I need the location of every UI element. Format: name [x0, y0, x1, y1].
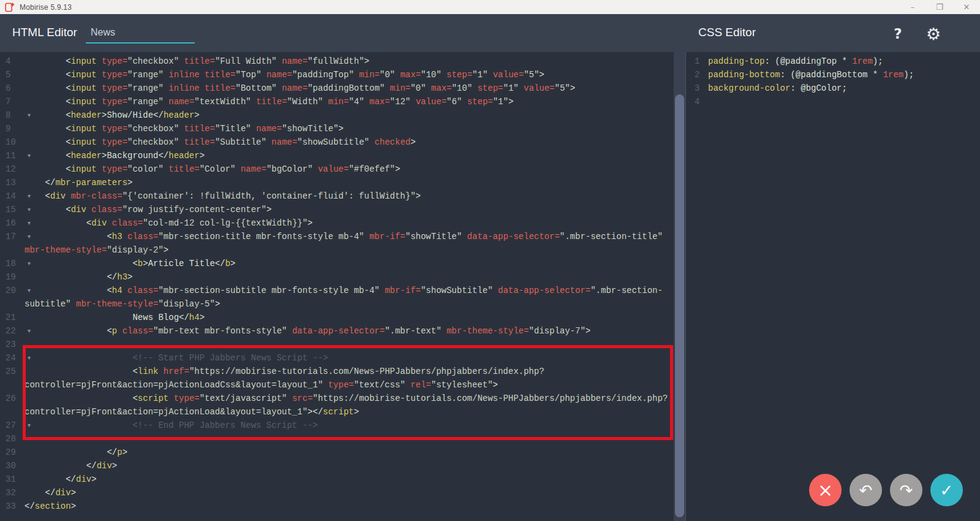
code-row[interactable]: 13 </mbr-parameters>: [0, 176, 674, 189]
code-text[interactable]: <script type="text/javascript" src="http…: [24, 392, 674, 405]
close-button[interactable]: ✕: [953, 0, 980, 14]
code-text[interactable]: <input type="color" title="Color" name="…: [24, 162, 674, 176]
code-row[interactable]: 15▾ <div class="row justify-content-cent…: [0, 203, 674, 216]
code-text[interactable]: </div>: [24, 486, 674, 500]
code-text[interactable]: ▾ <b>Article Title</b>: [24, 257, 674, 270]
code-text[interactable]: ▾ <h4 class="mbr-section-subtitle mbr-fo…: [24, 284, 674, 297]
fold-arrow-icon[interactable]: ▾: [28, 203, 31, 216]
code-text[interactable]: controller=pjFront&action=pjActionLoadCs…: [24, 378, 674, 392]
code-text[interactable]: mbr-theme-style="display-2">: [24, 243, 674, 257]
code-text[interactable]: background-color: @bgColor;: [708, 82, 980, 95]
redo-button[interactable]: ↷: [890, 474, 922, 506]
code-row[interactable]: 20▾ <h4 class="mbr-section-subtitle mbr-…: [0, 284, 674, 297]
code-row[interactable]: 9 <input type="checkbox" title="Title" n…: [0, 122, 674, 135]
code-row[interactable]: 33</section>: [0, 500, 674, 513]
code-row[interactable]: 27▾ <!-- End PHP Jabbers News Script -->: [0, 419, 674, 432]
fold-arrow-icon[interactable]: ▾: [28, 189, 31, 203]
code-text[interactable]: </section>: [24, 500, 674, 513]
code-row[interactable]: 19 </h3>: [0, 270, 674, 284]
code-text[interactable]: [24, 338, 674, 351]
code-text[interactable]: controller=pjFront&action=pjActionLoad&l…: [24, 405, 674, 419]
code-row[interactable]: 11▾ <header>Background</header>: [0, 149, 674, 162]
tab-news[interactable]: News: [86, 22, 195, 44]
code-row[interactable]: 30 </div>: [0, 459, 674, 473]
code-text[interactable]: <input type="range" inline title="Bottom…: [24, 82, 674, 95]
code-row[interactable]: 28: [0, 432, 674, 446]
code-row[interactable]: 8▾ <header>Show/Hide</header>: [0, 108, 674, 122]
code-text[interactable]: ▾ <div class="col-md-12 col-lg-{{textWid…: [24, 216, 674, 230]
code-row[interactable]: 17▾ <h3 class="mbr-section-title mbr-fon…: [0, 230, 674, 243]
code-text[interactable]: ▾ <header>Show/Hide</header>: [24, 108, 674, 122]
code-text[interactable]: <input type="range" inline title="Top" n…: [24, 68, 674, 82]
css-code-editor[interactable]: 1padding-top: (@paddingTop * 1rem);2padd…: [687, 52, 980, 521]
code-text[interactable]: </div>: [24, 473, 674, 486]
code-row[interactable]: 16▾ <div class="col-md-12 col-lg-{{textW…: [0, 216, 674, 230]
fold-arrow-icon[interactable]: ▾: [28, 284, 31, 297]
code-text[interactable]: ▾ <h3 class="mbr-section-title mbr-fonts…: [24, 230, 674, 243]
code-row[interactable]: mbr-theme-style="display-2">: [0, 243, 674, 257]
fold-arrow-icon[interactable]: ▾: [28, 324, 31, 338]
code-text[interactable]: News Blog</h4>: [24, 311, 674, 324]
cancel-button[interactable]: ×: [809, 474, 842, 506]
code-text[interactable]: ▾ <!-- Start PHP Jabbers News Script -->: [24, 351, 674, 365]
fold-arrow-icon[interactable]: ▾: [28, 216, 31, 230]
code-row[interactable]: 12 <input type="color" title="Color" nam…: [0, 162, 674, 176]
code-text[interactable]: <input type="checkbox" title="Subtitle" …: [24, 135, 674, 149]
fold-arrow-icon[interactable]: ▾: [28, 257, 31, 270]
code-row[interactable]: controller=pjFront&action=pjActionLoadCs…: [0, 378, 674, 392]
code-row[interactable]: 24▾ <!-- Start PHP Jabbers News Script -…: [0, 351, 674, 365]
maximize-button[interactable]: ❐: [926, 0, 953, 14]
code-text[interactable]: padding-bottom: (@paddingBottom * 1rem);: [708, 68, 980, 82]
code-text[interactable]: </p>: [24, 446, 674, 459]
code-row[interactable]: 23: [0, 338, 674, 351]
code-row[interactable]: 3background-color: @bgColor;: [687, 82, 980, 95]
code-text[interactable]: </div>: [24, 459, 674, 473]
fold-arrow-icon[interactable]: ▾: [28, 230, 31, 243]
code-text[interactable]: <input type="checkbox" title="Full Width…: [24, 55, 674, 68]
code-text[interactable]: [24, 432, 674, 446]
code-row[interactable]: 29 </p>: [0, 446, 674, 459]
fold-arrow-icon[interactable]: ▾: [28, 149, 31, 162]
gear-icon[interactable]: ⚙: [922, 23, 944, 45]
code-text[interactable]: subtitle" mbr-theme-style="display-5">: [24, 297, 674, 311]
code-text[interactable]: <link href="https://mobirise-tutorials.c…: [24, 365, 674, 378]
code-row[interactable]: 1padding-top: (@paddingTop * 1rem);: [687, 55, 980, 68]
help-icon[interactable]: ?: [887, 23, 909, 45]
code-row[interactable]: 4 <input type="checkbox" title="Full Wid…: [0, 55, 674, 68]
code-row[interactable]: 32 </div>: [0, 486, 674, 500]
code-text[interactable]: </mbr-parameters>: [24, 176, 674, 189]
code-text[interactable]: ▾ <header>Background</header>: [24, 149, 674, 162]
code-row[interactable]: controller=pjFront&action=pjActionLoad&l…: [0, 405, 674, 419]
code-text[interactable]: </h3>: [24, 270, 674, 284]
code-row[interactable]: 18▾ <b>Article Title</b>: [0, 257, 674, 270]
undo-button[interactable]: ↶: [850, 474, 882, 506]
code-row[interactable]: 14▾ <div mbr-class="{'container': !fullW…: [0, 189, 674, 203]
fold-arrow-icon[interactable]: ▾: [28, 108, 31, 122]
code-row[interactable]: subtitle" mbr-theme-style="display-5">: [0, 297, 674, 311]
code-text[interactable]: ▾ <div class="row justify-content-center…: [24, 203, 674, 216]
code-text[interactable]: padding-top: (@paddingTop * 1rem);: [708, 55, 980, 68]
minimize-button[interactable]: –: [899, 0, 926, 14]
code-row[interactable]: 7 <input type="range" name="textWidth" t…: [0, 95, 674, 108]
code-text[interactable]: ▾ <p class="mbr-text mbr-fonts-style" da…: [24, 324, 674, 338]
code-text[interactable]: <input type="checkbox" title="Title" nam…: [24, 122, 674, 135]
code-row[interactable]: 22▾ <p class="mbr-text mbr-fonts-style" …: [0, 324, 674, 338]
html-code-editor[interactable]: 4 <input type="checkbox" title="Full Wid…: [0, 52, 674, 521]
scrollbar-thumb[interactable]: [675, 94, 684, 517]
code-row[interactable]: 21 News Blog</h4>: [0, 311, 674, 324]
code-text[interactable]: [708, 95, 980, 108]
code-text[interactable]: ▾ <!-- End PHP Jabbers News Script -->: [24, 419, 674, 432]
fold-arrow-icon[interactable]: ▾: [28, 419, 31, 432]
vertical-scrollbar[interactable]: [674, 52, 686, 521]
code-text[interactable]: <input type="range" name="textWidth" tit…: [24, 95, 674, 108]
code-row[interactable]: 5 <input type="range" inline title="Top"…: [0, 68, 674, 82]
code-row[interactable]: 4: [687, 95, 980, 108]
code-row[interactable]: 6 <input type="range" inline title="Bott…: [0, 82, 674, 95]
code-row[interactable]: 25 <link href="https://mobirise-tutorial…: [0, 365, 674, 378]
code-row[interactable]: 26 <script type="text/javascript" src="h…: [0, 392, 674, 405]
code-row[interactable]: 2padding-bottom: (@paddingBottom * 1rem)…: [687, 68, 980, 82]
code-row[interactable]: 31 </div>: [0, 473, 674, 486]
code-row[interactable]: 10 <input type="checkbox" title="Subtitl…: [0, 135, 674, 149]
fold-arrow-icon[interactable]: ▾: [28, 351, 31, 365]
code-text[interactable]: ▾ <div mbr-class="{'container': !fullWid…: [24, 189, 674, 203]
